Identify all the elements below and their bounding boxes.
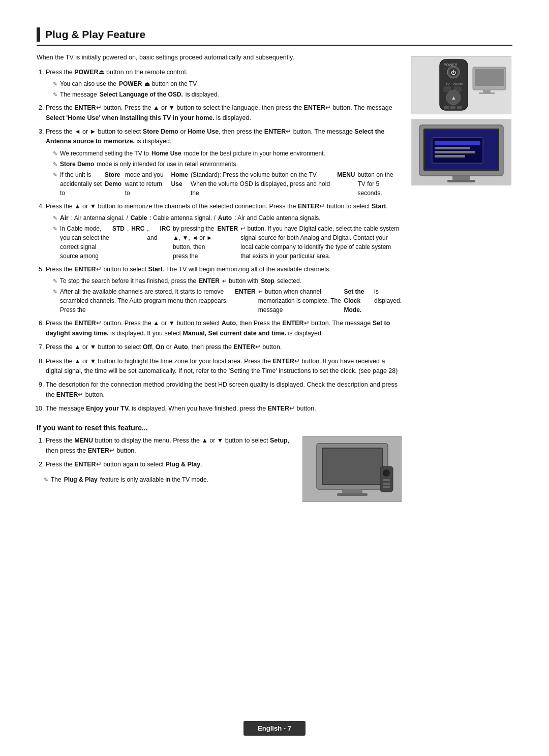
intro-text: When the TV is initially powered on, bas… xyxy=(37,53,402,62)
svg-rect-34 xyxy=(435,141,480,145)
reset-step-2: Press the ENTER↵ button again to select … xyxy=(46,460,295,469)
tv-svg xyxy=(412,120,511,185)
svg-rect-3 xyxy=(342,489,362,493)
section-title-bar: Plug & Play Feature xyxy=(37,27,512,46)
svg-rect-39 xyxy=(447,180,475,182)
svg-rect-23 xyxy=(450,106,455,109)
reset-notes: The Plug & Play feature is only availabl… xyxy=(37,475,295,484)
svg-text:POWER: POWER xyxy=(444,63,457,67)
svg-rect-4 xyxy=(337,493,368,496)
svg-text:⏻: ⏻ xyxy=(451,70,456,75)
note-3-3: If the unit is accidentally set to Store… xyxy=(53,170,402,198)
step-9: The description for the connection metho… xyxy=(46,380,402,400)
main-steps-list: Press the POWER⏏ button on the remote co… xyxy=(37,68,402,414)
reset-steps-list: Press the MENU button to display the men… xyxy=(37,436,295,469)
svg-text:▲: ▲ xyxy=(451,94,456,101)
reset-section: If you want to reset this feature... Pre… xyxy=(37,424,402,502)
reset-illustration xyxy=(302,436,402,502)
step-7: Press the ▲ or ▼ button to select Off, O… xyxy=(46,342,402,352)
reset-note-1: The Plug & Play feature is only availabl… xyxy=(44,475,295,484)
reset-step-1: Press the MENU button to display the men… xyxy=(46,436,295,456)
images-column: POWER ⏻ TV ON/OFF ▲ xyxy=(411,53,512,502)
main-content: When the TV is initially powered on, bas… xyxy=(37,53,512,502)
note-5-2: After all the available channels are sto… xyxy=(53,287,402,314)
reset-content-row: Press the MENU button to display the men… xyxy=(37,436,402,502)
remote-svg: POWER ⏻ TV ON/OFF ▲ xyxy=(412,57,511,114)
step-10: The message Enjoy your TV. is displayed.… xyxy=(46,404,402,414)
svg-point-6 xyxy=(383,469,390,477)
svg-rect-27 xyxy=(483,90,491,92)
step-6: Press the ENTER↵ button. Press the ▲ or … xyxy=(46,319,402,338)
note-3-2: Store Demo mode is only intended for use… xyxy=(53,160,402,169)
note-4-2: In Cable mode, you can select the correc… xyxy=(53,224,402,261)
svg-rect-26 xyxy=(475,69,504,86)
text-column: When the TV is initially powered on, bas… xyxy=(37,53,402,502)
step-5: Press the ENTER↵ button to select Start.… xyxy=(46,265,402,314)
svg-rect-28 xyxy=(479,92,495,94)
page-title: Plug & Play Feature xyxy=(45,28,145,41)
footer: English - 7 xyxy=(0,721,549,736)
step-2: Press the ENTER↵ button. Press the ▲ or … xyxy=(46,103,402,123)
step-3: Press the ◄ or ► button to select Store … xyxy=(46,127,402,198)
svg-rect-17 xyxy=(444,87,451,91)
svg-rect-9 xyxy=(383,486,390,488)
svg-rect-37 xyxy=(435,155,465,158)
reset-steps-text: Press the MENU button to display the men… xyxy=(37,436,295,502)
note-1-2: The message Select Language of the OSD. … xyxy=(53,90,402,99)
svg-rect-2 xyxy=(323,449,382,484)
svg-rect-22 xyxy=(444,106,449,109)
note-5-1: To stop the search before it has finishe… xyxy=(53,276,402,286)
remote-control-image: POWER ⏻ TV ON/OFF ▲ xyxy=(411,56,511,114)
step-4: Press the ▲ or ▼ button to memorize the … xyxy=(46,202,402,261)
svg-rect-24 xyxy=(457,106,462,109)
svg-rect-8 xyxy=(383,483,390,485)
svg-text:TV: TV xyxy=(446,83,450,86)
footer-badge: English - 7 xyxy=(243,721,306,736)
note-4-1: Air: Air antenna signal. / Cable: Cable … xyxy=(53,213,402,223)
svg-text:ON/OFF: ON/OFF xyxy=(453,83,463,86)
note-3-1: We recommend setting the TV to Home Use … xyxy=(53,149,402,158)
svg-rect-35 xyxy=(435,147,470,149)
note-1-1: You can also use the POWER⏏ button on th… xyxy=(53,79,402,88)
step-1: Press the POWER⏏ button on the remote co… xyxy=(46,68,402,99)
reset-svg xyxy=(307,438,398,499)
title-accent-bar xyxy=(37,27,40,42)
svg-rect-38 xyxy=(452,176,470,180)
page: Plug & Play Feature When the TV is initi… xyxy=(0,0,549,756)
step-8: Press the ▲ or ▼ button to highlight the… xyxy=(46,357,402,376)
svg-rect-36 xyxy=(435,151,475,153)
svg-rect-7 xyxy=(383,479,390,481)
tv-screen-image xyxy=(411,119,511,185)
reset-section-title: If you want to reset this feature... xyxy=(37,424,402,432)
